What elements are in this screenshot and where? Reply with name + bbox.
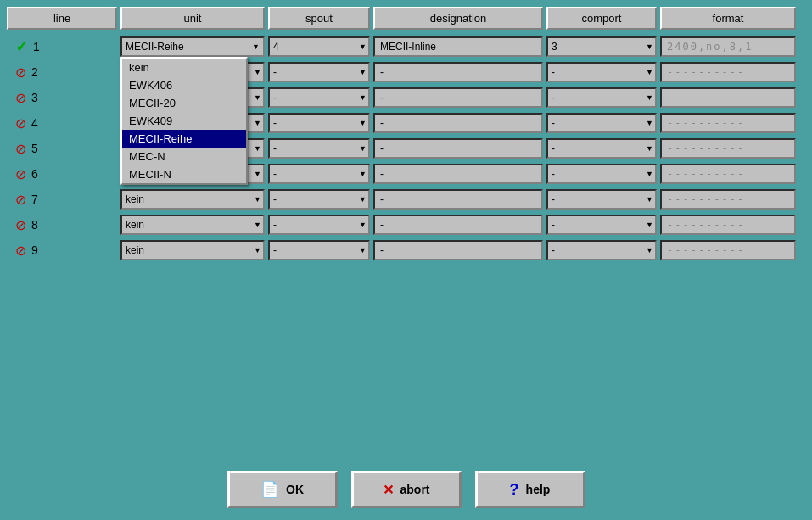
unit-selected-value: MECII-Reihe bbox=[126, 41, 184, 53]
unit-select-7[interactable]: keinEWK406MECII-20EWK409MECII-ReiheMEC-N… bbox=[120, 189, 265, 210]
designation-field-8[interactable]: - bbox=[373, 215, 543, 235]
dropdown-option-ewk409[interactable]: EWK409 bbox=[122, 112, 246, 130]
main-container: line unit spout designation comport form… bbox=[0, 0, 812, 520]
spout-wrapper-5[interactable]: - bbox=[268, 138, 370, 159]
comport-wrapper-8[interactable]: - bbox=[546, 215, 657, 235]
format-field-6: ---------- bbox=[660, 164, 796, 184]
unit-selected-display[interactable]: MECII-Reihe ▼ bbox=[120, 36, 265, 57]
comport-wrapper-1[interactable]: 3 - bbox=[546, 36, 657, 57]
bottom-bar: 📄 OK ✕ abort ? help bbox=[7, 462, 805, 513]
spout-wrapper-7[interactable]: - bbox=[268, 189, 370, 210]
cancel-icon: ⊘ bbox=[15, 141, 26, 157]
designation-field-7[interactable]: - bbox=[373, 189, 543, 210]
unit-select-8[interactable]: keinEWK406MECII-20EWK409MECII-ReiheMEC-N… bbox=[120, 215, 265, 235]
comport-select-4[interactable]: - bbox=[546, 113, 657, 133]
comport-select-3[interactable]: - bbox=[546, 87, 657, 108]
comport-select-1[interactable]: 3 - bbox=[546, 36, 657, 57]
designation-field-2[interactable]: - bbox=[373, 62, 543, 82]
line-number-7: 7 bbox=[31, 193, 38, 206]
comport-select-5[interactable]: - bbox=[546, 138, 657, 159]
comport-select-7[interactable]: - bbox=[546, 189, 657, 210]
comport-wrapper-7[interactable]: - bbox=[546, 189, 657, 210]
spout-select-1[interactable]: 4 - bbox=[268, 36, 370, 57]
spout-select-5[interactable]: - bbox=[268, 138, 370, 159]
dropdown-option-mecii20[interactable]: MECII-20 bbox=[122, 94, 246, 112]
designation-field-9[interactable]: - bbox=[373, 240, 543, 260]
designation-field-4[interactable]: - bbox=[373, 113, 543, 133]
col-header-unit[interactable]: unit bbox=[120, 7, 265, 30]
unit-dropdown-popup: kein EWK406 MECII-20 EWK409 MECII-Reihe … bbox=[120, 57, 248, 185]
dropdown-option-ewk406[interactable]: EWK406 bbox=[122, 76, 246, 94]
dropdown-arrow: ▼ bbox=[252, 42, 260, 51]
col-header-line[interactable]: line bbox=[7, 7, 117, 30]
spout-wrapper-4[interactable]: - bbox=[268, 113, 370, 133]
dropdown-option-mecii-reihe[interactable]: MECII-Reihe bbox=[122, 130, 246, 148]
cancel-icon: ⊘ bbox=[15, 192, 26, 208]
col-header-format[interactable]: format bbox=[660, 7, 796, 30]
spout-wrapper-9[interactable]: - bbox=[268, 240, 370, 260]
dropdown-option-mec-n[interactable]: MEC-N bbox=[122, 148, 246, 165]
cancel-icon: ⊘ bbox=[15, 243, 26, 259]
format-field-9: ---------- bbox=[660, 240, 796, 260]
comport-wrapper-2[interactable]: -3 bbox=[546, 62, 657, 82]
comport-select-9[interactable]: - bbox=[546, 240, 657, 260]
line-number-3: 3 bbox=[31, 91, 38, 104]
format-field-8: ---------- bbox=[660, 215, 796, 235]
line-cell-5: ⊘ 5 bbox=[7, 141, 117, 157]
comport-wrapper-3[interactable]: - bbox=[546, 87, 657, 108]
designation-field-3[interactable]: - bbox=[373, 87, 543, 108]
ok-button[interactable]: 📄 OK bbox=[227, 471, 338, 508]
spout-wrapper-6[interactable]: - bbox=[268, 164, 370, 184]
dropdown-option-kein[interactable]: kein bbox=[122, 59, 246, 76]
format-field-7: ---------- bbox=[660, 189, 796, 210]
col-header-designation[interactable]: designation bbox=[373, 7, 543, 30]
line-number-6: 6 bbox=[31, 167, 38, 181]
ok-label: OK bbox=[286, 483, 304, 496]
check-icon: ✓ bbox=[15, 37, 28, 56]
comport-select-2[interactable]: -3 bbox=[546, 62, 657, 82]
table-row: ⊘ 7 keinEWK406MECII-20EWK409MECII-ReiheM… bbox=[7, 187, 805, 211]
comport-wrapper-4[interactable]: - bbox=[546, 113, 657, 133]
unit-dropdown-1[interactable]: MECII-Reihe ▼ kein EWK406 MECII-20 EWK40… bbox=[120, 36, 265, 57]
spout-wrapper-1[interactable]: 4 - bbox=[268, 36, 370, 57]
spout-wrapper-2[interactable]: -4 bbox=[268, 62, 370, 82]
spout-select-6[interactable]: - bbox=[268, 164, 370, 184]
cancel-icon: ⊘ bbox=[15, 115, 26, 131]
table-row: ✓ 1 MECII-Reihe ▼ kein EWK406 MECII-20 E… bbox=[7, 35, 805, 59]
spout-select-7[interactable]: - bbox=[268, 189, 370, 210]
col-header-spout[interactable]: spout bbox=[268, 7, 370, 30]
spout-select-3[interactable]: - bbox=[268, 87, 370, 108]
help-icon: ? bbox=[510, 481, 519, 499]
table-row: ⊘ 9 keinEWK406MECII-20EWK409MECII-ReiheM… bbox=[7, 238, 805, 262]
comport-select-6[interactable]: - bbox=[546, 164, 657, 184]
format-field-3: ---------- bbox=[660, 87, 796, 108]
comport-select-8[interactable]: - bbox=[546, 215, 657, 235]
help-label: help bbox=[526, 483, 551, 496]
cancel-icon: ⊘ bbox=[15, 166, 26, 182]
help-button[interactable]: ? help bbox=[475, 471, 585, 508]
comport-wrapper-9[interactable]: - bbox=[546, 240, 657, 260]
designation-field-6[interactable]: - bbox=[373, 164, 543, 184]
spout-wrapper-3[interactable]: - bbox=[268, 87, 370, 108]
spout-select-9[interactable]: - bbox=[268, 240, 370, 260]
ok-icon: 📄 bbox=[260, 480, 279, 499]
abort-label: abort bbox=[400, 483, 430, 496]
designation-field-5[interactable]: - bbox=[373, 138, 543, 159]
line-cell-8: ⊘ 8 bbox=[7, 217, 117, 233]
comport-wrapper-5[interactable]: - bbox=[546, 138, 657, 159]
unit-wrapper-8[interactable]: keinEWK406MECII-20EWK409MECII-ReiheMEC-N… bbox=[120, 215, 265, 235]
abort-button[interactable]: ✕ abort bbox=[351, 471, 462, 508]
line-number-9: 9 bbox=[31, 243, 38, 257]
dropdown-option-mecii-n[interactable]: MECII-N bbox=[122, 165, 246, 183]
comport-wrapper-6[interactable]: - bbox=[546, 164, 657, 184]
header-row: line unit spout designation comport form… bbox=[7, 7, 805, 30]
unit-wrapper-9[interactable]: keinEWK406MECII-20EWK409MECII-ReiheMEC-N… bbox=[120, 240, 265, 260]
unit-select-9[interactable]: keinEWK406MECII-20EWK409MECII-ReiheMEC-N… bbox=[120, 240, 265, 260]
designation-field-1[interactable]: MECII-Inline bbox=[373, 36, 543, 57]
spout-select-8[interactable]: - bbox=[268, 215, 370, 235]
col-header-comport[interactable]: comport bbox=[546, 7, 657, 30]
spout-wrapper-8[interactable]: - bbox=[268, 215, 370, 235]
spout-select-4[interactable]: - bbox=[268, 113, 370, 133]
spout-select-2[interactable]: -4 bbox=[268, 62, 370, 82]
unit-wrapper-7[interactable]: keinEWK406MECII-20EWK409MECII-ReiheMEC-N… bbox=[120, 189, 265, 210]
